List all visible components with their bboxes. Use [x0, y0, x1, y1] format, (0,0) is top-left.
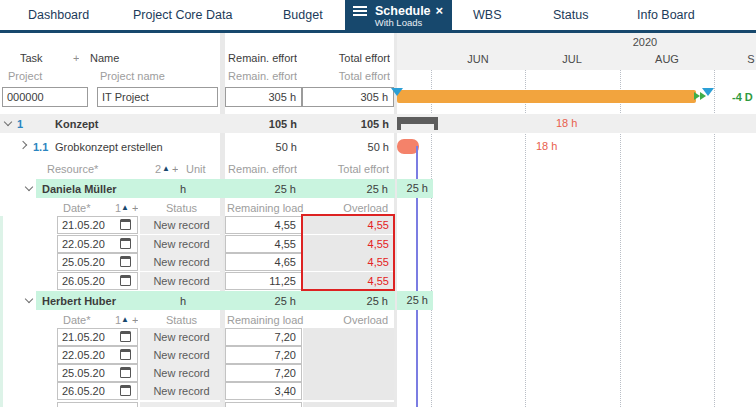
milestone-start-marker-icon[interactable]: [391, 88, 403, 96]
overload-hours-label: 18 h: [536, 140, 566, 152]
overload-hours-label: 18 h: [556, 117, 586, 129]
remaining-load-field[interactable]: [225, 402, 302, 407]
task-number: 1: [17, 118, 37, 130]
col-header-name[interactable]: Name: [90, 52, 170, 64]
chevron-down-icon[interactable]: [25, 295, 33, 303]
tab-budget[interactable]: Budget: [283, 0, 323, 30]
subheader-total-effort: Total effort: [310, 70, 390, 82]
tab-wbs[interactable]: WBS: [473, 0, 501, 30]
col-header-status: Status: [140, 202, 223, 214]
status-cell: New record: [140, 364, 223, 382]
col-header-remaining-load: Remaining load: [227, 314, 307, 326]
task-name: Konzept: [55, 118, 175, 130]
sort-asc-icon[interactable]: ▲: [121, 315, 129, 324]
gantt-summary-bar-konzept[interactable]: [397, 117, 438, 124]
resource-unit: h: [180, 183, 194, 195]
tab-dashboard[interactable]: Dashboard: [28, 0, 89, 30]
add-date-icon[interactable]: +: [132, 314, 138, 326]
tab-status[interactable]: Status: [553, 0, 588, 30]
sort-asc-icon[interactable]: ▲: [121, 203, 129, 212]
gantt-bar-it-project[interactable]: [397, 90, 696, 103]
milestone-end-marker-icon[interactable]: [702, 88, 714, 96]
tab-schedule-active[interactable]: Schedule × With Loads: [345, 0, 452, 30]
col-header-remain-effort[interactable]: Remain. effort: [225, 52, 297, 64]
remaining-load-field[interactable]: 7,20: [225, 364, 302, 382]
gantt-load-label: 25 h: [397, 291, 433, 310]
remaining-load-field[interactable]: 7,20: [225, 346, 302, 364]
overload-cell: [303, 328, 394, 346]
col-header-remain-effort: Remain. effort: [225, 163, 297, 175]
add-date-icon[interactable]: +: [132, 202, 138, 214]
task-name: Grobkonzept erstellen: [55, 141, 195, 153]
col-header-date[interactable]: Date*: [63, 314, 103, 326]
timeline-month-jun: JUN: [431, 53, 525, 65]
col-header-remaining-load: Remaining load: [227, 202, 307, 214]
top-nav: Dashboard Project Core Data Budget Sched…: [0, 0, 756, 33]
hamburger-icon[interactable]: [353, 4, 367, 18]
overload-cell: [303, 382, 394, 400]
chevron-down-icon[interactable]: [25, 183, 33, 191]
project-name-field[interactable]: IT Project: [97, 87, 218, 107]
project-total-effort-field[interactable]: 305 h: [302, 87, 394, 107]
resource-total-effort: 25 h: [302, 295, 388, 307]
col-header-status: Status: [140, 314, 223, 326]
resource-total-effort: 25 h: [302, 183, 388, 195]
resource-remain-effort: 25 h: [225, 183, 296, 195]
col-header-total-effort[interactable]: Total effort: [310, 52, 390, 64]
calendar-icon[interactable]: [120, 238, 131, 249]
add-column-icon[interactable]: +: [73, 52, 79, 64]
col-header-task[interactable]: Task: [20, 52, 70, 64]
close-icon[interactable]: ×: [435, 3, 443, 18]
subheader-remain-effort: Remain. effort: [225, 70, 297, 82]
row-group-indicator: [0, 216, 3, 407]
remaining-load-field[interactable]: 7,20: [225, 328, 302, 346]
status-cell: New record: [140, 272, 223, 290]
add-resource-icon[interactable]: +: [172, 163, 178, 175]
remaining-load-field[interactable]: 4,55: [225, 235, 302, 253]
timeline-month-aug: AUG: [620, 53, 714, 65]
tab-schedule-label: Schedule: [375, 4, 431, 18]
gantt-timeline-header: 2020 JUN JUL AUG S: [397, 33, 756, 70]
schedule-delta-label: -4 D: [732, 91, 756, 103]
col-header-total-effort: Total effort: [302, 163, 389, 175]
timeline-month-sep-partial: S: [745, 53, 756, 65]
status-cell: New record: [140, 253, 223, 271]
tab-project-core-data[interactable]: Project Core Data: [133, 0, 232, 30]
remaining-load-field[interactable]: 11,25: [225, 272, 302, 290]
overload-cell: 4,55: [303, 272, 394, 290]
timeline-year: 2020: [600, 36, 690, 48]
project-id-field[interactable]: 000000: [2, 87, 88, 107]
calendar-icon[interactable]: [120, 275, 131, 286]
subheader-project: Project: [8, 70, 68, 82]
chevron-right-icon[interactable]: [19, 141, 27, 149]
project-remain-effort-field[interactable]: 305 h: [225, 87, 302, 107]
status-cell: New record: [140, 328, 223, 346]
calendar-icon[interactable]: [120, 349, 131, 360]
timeline-month-jul: JUL: [525, 53, 619, 65]
task-remain-effort: 50 h: [225, 141, 297, 153]
remaining-load-field[interactable]: 4,65: [225, 253, 302, 271]
calendar-icon[interactable]: [120, 385, 131, 396]
remaining-load-field[interactable]: 4,55: [225, 216, 302, 234]
resource-unit: h: [180, 295, 194, 307]
col-header-unit[interactable]: Unit: [186, 163, 216, 175]
calendar-icon[interactable]: [120, 219, 131, 230]
overload-cell: 4,55: [303, 216, 394, 234]
overload-cell: [303, 402, 394, 407]
date-field[interactable]: [57, 402, 138, 407]
status-cell: [140, 402, 223, 407]
sort-asc-icon[interactable]: ▲: [162, 164, 170, 173]
status-cell: New record: [140, 382, 223, 400]
remaining-load-field[interactable]: 3,40: [225, 382, 302, 400]
col-header-overload: Overload: [302, 314, 388, 326]
col-header-date[interactable]: Date*: [63, 202, 103, 214]
task-number: 1.1: [33, 141, 55, 153]
calendar-icon[interactable]: [120, 331, 131, 342]
col-header-resource[interactable]: Resource*: [47, 163, 117, 175]
calendar-icon[interactable]: [120, 367, 131, 378]
status-cell: New record: [140, 216, 223, 234]
tab-schedule-sublabel: With Loads: [345, 17, 452, 28]
calendar-icon[interactable]: [120, 256, 131, 267]
tab-info-board[interactable]: Info Board: [637, 0, 695, 30]
resource-name: Herbert Huber: [42, 295, 152, 307]
